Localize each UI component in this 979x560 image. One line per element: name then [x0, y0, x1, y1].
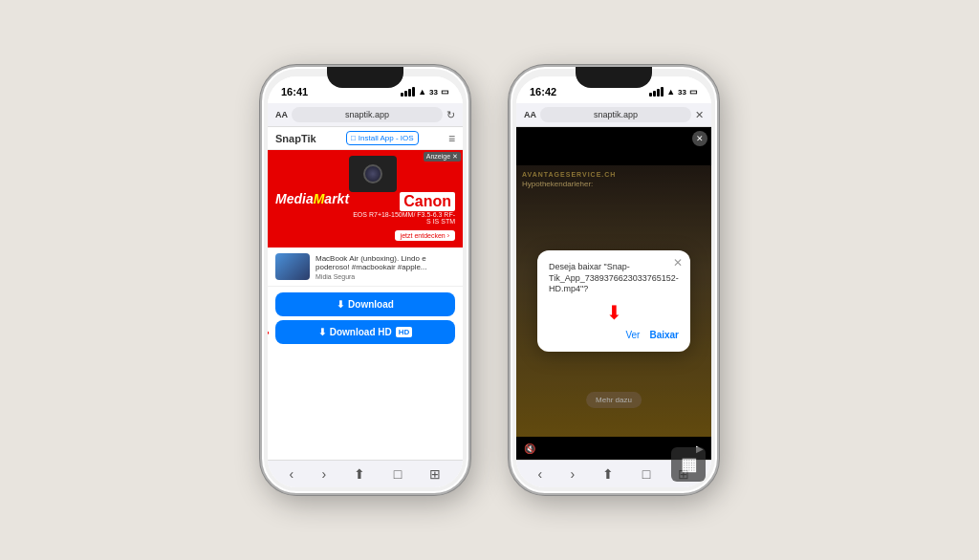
canon-camera — [349, 156, 397, 192]
back-btn-2[interactable]: ‹ — [538, 466, 543, 482]
download-btn[interactable]: ⬇ Download — [275, 292, 455, 316]
hd-badge: HD — [396, 327, 413, 337]
phone-2-screen: 16:42 ▲ 33 ▭ AA snaptik.app ✕ — [516, 76, 711, 487]
download-hd-icon: ⬇ — [318, 327, 326, 337]
url-bar-2[interactable]: snaptik.app — [540, 107, 691, 122]
signal-icon-2 — [649, 87, 664, 97]
dialog-text: Deseja baixar "Snap-Tik_App_738937662303… — [549, 262, 679, 295]
dialog-baixar-btn[interactable]: Baixar — [649, 330, 679, 340]
dialog-actions: Ver Baixar — [549, 330, 679, 340]
download-hd-wrapper: ➜ ⬇ Download HD HD — [275, 320, 455, 344]
share-btn-2[interactable]: ⬆ — [602, 466, 614, 482]
battery-level-2: 33 — [678, 88, 686, 97]
discover-btn[interactable]: jetzt entdecken › — [395, 230, 455, 241]
page-content-1: SnapTik □ Install App - IOS ≡ Anzeige ✕ … — [268, 127, 463, 460]
article-info: MacBook Air (unboxing). Lindo e poderoso… — [315, 254, 455, 280]
bookmarks-btn-2[interactable]: □ — [642, 466, 650, 482]
dialog-close-btn[interactable]: ✕ — [673, 256, 683, 269]
hamburger-menu[interactable]: ≡ — [448, 132, 455, 145]
status-icons-1: ▲ 33 ▭ — [401, 87, 449, 97]
video-overlay: AVANTAGESERVICE.CH Hypothekendarleher: ✕… — [516, 127, 711, 460]
snaptik-logo: SnapTik — [275, 133, 316, 144]
forward-btn-1[interactable]: › — [322, 466, 327, 482]
ad-badge: Anzeige ✕ — [424, 152, 461, 162]
article-title: MacBook Air (unboxing). Lindo e poderoso… — [315, 254, 455, 271]
aa-btn-2[interactable]: AA — [524, 110, 536, 119]
battery-icon-2: ▭ — [689, 87, 698, 97]
camera-lens — [363, 164, 382, 183]
phone-1-screen: 16:41 ▲ 33 ▭ AA snaptik.app ↻ — [268, 76, 463, 487]
ad-banner: Anzeige ✕ MediaMarkt Canon EOS R7+18-150… — [268, 150, 463, 248]
video-area: ✕ AVANTAGESERVICE.CH Hypothekendarleher:… — [516, 127, 711, 460]
video-top-dark — [516, 127, 711, 165]
browser-nav-1: ‹ › ⬆ □ ⊞ — [268, 460, 463, 487]
dialog-arrow-icon: ⬇ — [549, 301, 679, 324]
wifi-icon-2: ▲ — [666, 87, 675, 97]
article-source: Midia Segura — [315, 273, 455, 280]
article-thumb — [275, 253, 310, 280]
signal-icon-1 — [401, 87, 415, 97]
watermark: ▦ — [671, 447, 706, 482]
download-label: Download — [348, 299, 394, 310]
video-mid: AVANTAGESERVICE.CH Hypothekendarleher: ✕… — [516, 165, 711, 437]
install-btn[interactable]: □ Install App - IOS — [346, 131, 419, 145]
download-icon: ⬇ — [337, 299, 344, 310]
arrow-indicator: ➜ — [268, 325, 270, 340]
time-2: 16:42 — [530, 86, 556, 97]
canon-model: EOS R7+18-150MM/ F3.5-6.3 RF-S IS STM — [349, 211, 455, 225]
watermark-icon: ▦ — [671, 447, 706, 482]
download-hd-label: Download HD — [330, 327, 392, 337]
tabs-btn-1[interactable]: ⊞ — [429, 466, 441, 482]
back-btn-1[interactable]: ‹ — [290, 466, 294, 482]
close-tab-btn[interactable]: ✕ — [695, 109, 704, 121]
canon-section: Canon EOS R7+18-150MM/ F3.5-6.3 RF-S IS … — [349, 156, 455, 242]
bookmarks-btn-1[interactable]: □ — [394, 466, 402, 482]
phone-1: 16:41 ▲ 33 ▭ AA snaptik.app ↻ — [260, 65, 470, 495]
browser-bar-2: AA snaptik.app ✕ — [516, 103, 711, 127]
status-icons-2: ▲ 33 ▭ — [649, 87, 698, 97]
browser-bar-1: AA snaptik.app ↻ — [268, 103, 463, 127]
notch-2 — [576, 67, 652, 88]
forward-btn-2[interactable]: › — [571, 466, 576, 482]
time-1: 16:41 — [281, 86, 308, 97]
download-section: ⬇ Download ➜ ⬇ Download HD HD — [268, 287, 463, 350]
battery-level-1: 33 — [429, 88, 438, 97]
reload-btn-1[interactable]: ↻ — [446, 109, 455, 121]
app-store-icon: □ — [351, 134, 356, 142]
canon-brand: Canon — [400, 192, 455, 211]
media-markt-section: MediaMarkt — [275, 191, 349, 206]
article-card: MacBook Air (unboxing). Lindo e poderoso… — [268, 248, 463, 287]
video-close-btn[interactable]: ✕ — [692, 131, 707, 146]
dialog-overlay: ✕ Deseja baixar "Snap-Tik_App_7389376623… — [516, 165, 711, 437]
share-btn-1[interactable]: ⬆ — [354, 466, 365, 482]
notch-1 — [327, 67, 403, 88]
dialog-box: ✕ Deseja baixar "Snap-Tik_App_7389376623… — [537, 250, 690, 352]
aa-btn-1[interactable]: AA — [275, 110, 288, 119]
scene: 16:41 ▲ 33 ▭ AA snaptik.app ↻ — [260, 65, 719, 495]
download-hd-btn[interactable]: ⬇ Download HD HD — [275, 320, 455, 344]
dialog-ver-btn[interactable]: Ver — [625, 330, 640, 340]
battery-icon-1: ▭ — [441, 87, 449, 97]
media-markt-logo: MediaMarkt — [275, 191, 349, 206]
url-bar-1[interactable]: snaptik.app — [292, 107, 443, 122]
wifi-icon-1: ▲ — [418, 87, 426, 97]
sound-off-icon[interactable]: 🔇 — [524, 443, 535, 454]
install-label: Install App - IOS — [359, 134, 414, 142]
phone-2: 16:42 ▲ 33 ▭ AA snaptik.app ✕ — [509, 65, 719, 495]
snaptik-header: SnapTik □ Install App - IOS ≡ — [268, 127, 463, 150]
